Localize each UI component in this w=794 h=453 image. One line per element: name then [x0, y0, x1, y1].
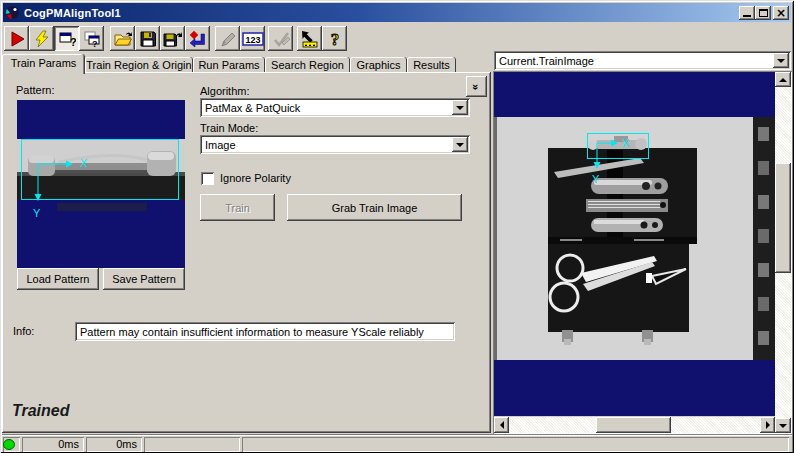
- svg-text:?: ?: [70, 36, 76, 48]
- lightning-icon: [33, 30, 51, 48]
- load-pattern-button[interactable]: Load Pattern: [17, 268, 99, 290]
- check-pencil-icon: [272, 30, 290, 48]
- status-timer2: 0ms: [86, 437, 142, 452]
- accept-results-button[interactable]: [268, 26, 293, 51]
- save-button[interactable]: [135, 26, 160, 51]
- status-cell4: [144, 437, 240, 452]
- ruler-arrow-icon: [300, 29, 319, 48]
- svg-text:123: 123: [245, 34, 260, 44]
- status-led-cell: [3, 437, 20, 452]
- train-state-text: Trained: [12, 402, 70, 420]
- reset-button[interactable]: [185, 26, 210, 51]
- train-button[interactable]: Train: [200, 194, 275, 221]
- algorithm-select[interactable]: PatMax & PatQuick: [200, 98, 470, 117]
- cognex-tool-icon: [5, 5, 20, 20]
- info-field[interactable]: Pattern may contain insufficient informa…: [75, 322, 455, 341]
- axis-y-label: Y: [592, 173, 600, 185]
- 123-icon: 123: [242, 30, 264, 48]
- svg-text:?: ?: [330, 30, 339, 48]
- status-cell5: [242, 437, 789, 452]
- maximize-button[interactable]: [755, 6, 771, 20]
- run-play-icon: [8, 30, 26, 48]
- pencil-icon: [219, 30, 237, 48]
- window-question-icon: ?: [58, 30, 76, 48]
- status-bar: 0ms 0ms: [2, 434, 792, 452]
- pattern-label: Pattern:: [16, 84, 55, 97]
- trigger-button[interactable]: [29, 26, 54, 51]
- cog-pmalign-tool-window: CogPMAlignTool1 × ? ?: [0, 0, 794, 453]
- close-icon: ×: [776, 8, 786, 18]
- train-mode-label: Train Mode:: [200, 122, 258, 135]
- horizontal-scrollbar[interactable]: [494, 417, 775, 433]
- close-button[interactable]: ×: [773, 6, 789, 20]
- scroll-up-button[interactable]: [775, 72, 791, 87]
- image-display: X Y: [493, 71, 792, 434]
- help-button[interactable]: ?: [322, 26, 347, 51]
- train-image: X Y: [494, 72, 775, 416]
- arrow-left-icon: [500, 421, 504, 429]
- scroll-left-button[interactable]: [494, 417, 509, 433]
- horizontal-scrollbar-thumb[interactable]: [596, 417, 671, 433]
- image-selector-value: Current.TrainImage: [499, 55, 773, 67]
- numeric-results-button[interactable]: 123: [240, 26, 265, 51]
- pattern-preview: X Y: [17, 100, 185, 268]
- arrow-right-icon: [766, 421, 770, 429]
- vertical-scrollbar[interactable]: [775, 72, 791, 433]
- chevron-down-icon: [456, 106, 464, 110]
- floppy-save-as-icon: [163, 30, 182, 48]
- ignore-polarity-label: Ignore Polarity: [220, 172, 291, 185]
- svg-text:?: ?: [92, 39, 98, 48]
- minimize-icon: [743, 15, 751, 17]
- expand-params-button[interactable]: »: [466, 76, 487, 97]
- ignore-polarity-checkbox[interactable]: [201, 172, 214, 185]
- question-mark-icon: ?: [326, 29, 344, 48]
- run-button[interactable]: [4, 26, 29, 51]
- train-mode-dropdown-button[interactable]: [452, 137, 468, 152]
- axis-x-label: X: [622, 137, 630, 149]
- scroll-down-button[interactable]: [775, 418, 791, 433]
- maximize-icon: [759, 9, 768, 17]
- scroll-right-button[interactable]: [760, 417, 775, 433]
- reset-back-arrow-icon: [188, 30, 207, 48]
- minimize-button[interactable]: [739, 6, 755, 20]
- pattern-preview-image: X Y: [17, 100, 185, 268]
- chevron-down-icon: [777, 59, 785, 63]
- vertical-scrollbar-thumb[interactable]: [775, 163, 791, 273]
- floppy-disk-icon: [139, 30, 157, 48]
- train-mode-select[interactable]: Image: [200, 135, 470, 154]
- axis-y-label: Y: [33, 207, 41, 219]
- train-mode-value: Image: [205, 139, 452, 151]
- window-title: CogPMAlignTool1: [24, 7, 121, 19]
- image-viewport[interactable]: X Y: [494, 72, 775, 416]
- arrow-down-icon: [779, 424, 787, 428]
- measure-button[interactable]: [297, 26, 322, 51]
- toggle-display-button[interactable]: ?: [54, 26, 79, 51]
- tab-train-params[interactable]: Train Params: [2, 54, 85, 74]
- chevron-down-icon: [456, 143, 464, 147]
- windows-copy-question-icon: ?: [83, 30, 101, 48]
- double-chevron-down-icon: »: [472, 83, 482, 89]
- save-as-button[interactable]: [160, 26, 185, 51]
- grab-train-image-button[interactable]: Grab Train Image: [287, 194, 462, 221]
- info-label: Info:: [13, 325, 34, 338]
- open-folder-icon: [113, 30, 133, 48]
- algorithm-dropdown-button[interactable]: [452, 100, 468, 115]
- image-selector[interactable]: Current.TrainImage: [494, 51, 791, 70]
- title-bar[interactable]: CogPMAlignTool1 ×: [3, 3, 791, 22]
- algorithm-value: PatMax & PatQuick: [205, 102, 452, 114]
- algorithm-label: Algorithm:: [200, 85, 250, 98]
- image-selector-dropdown-button[interactable]: [773, 53, 789, 68]
- status-timer1: 0ms: [22, 437, 84, 452]
- open-file-button[interactable]: [110, 26, 135, 51]
- status-led-icon: [3, 439, 15, 450]
- edit-tool-button[interactable]: [215, 26, 240, 51]
- copy-tool-button[interactable]: ?: [79, 26, 104, 51]
- arrow-up-icon: [779, 78, 787, 82]
- axis-x-label: X: [80, 157, 88, 169]
- save-pattern-button[interactable]: Save Pattern: [103, 268, 185, 290]
